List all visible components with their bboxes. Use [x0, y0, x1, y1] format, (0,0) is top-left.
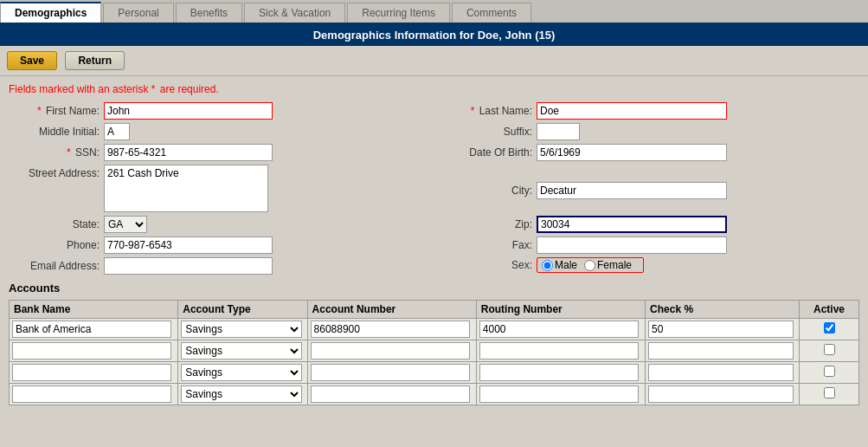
bank-name-cell-1	[10, 340, 178, 362]
routing-number-input-2[interactable]	[479, 364, 639, 381]
suffix-input[interactable]	[537, 123, 580, 140]
email-input[interactable]	[104, 257, 273, 275]
last-name-input[interactable]	[537, 102, 727, 120]
email-field: Email Address:	[9, 257, 441, 275]
accounts-row-2: Checking Savings	[10, 362, 859, 384]
ssn-label: * SSN:	[9, 146, 104, 159]
middle-suffix-row: Middle Initial: Suffix:	[9, 123, 859, 140]
first-name-input[interactable]	[104, 102, 273, 120]
save-button[interactable]: Save	[7, 51, 57, 70]
account-type-cell-0: Checking Savings	[178, 319, 307, 340]
suffix-label: Suffix:	[441, 126, 537, 138]
account-type-select-0[interactable]: Checking Savings	[181, 321, 301, 338]
sex-male-radio[interactable]	[542, 260, 553, 271]
account-number-input-0[interactable]	[311, 321, 470, 338]
col-account-type: Account Type	[178, 301, 307, 319]
check-pct-input-3[interactable]	[648, 385, 794, 403]
ssn-input[interactable]	[104, 144, 273, 161]
active-checkbox-1[interactable]	[824, 344, 835, 355]
middle-initial-input[interactable]	[104, 123, 130, 140]
return-button[interactable]: Return	[65, 51, 125, 70]
account-type-select-1[interactable]: Checking Savings	[181, 342, 301, 360]
account-number-input-3[interactable]	[311, 385, 470, 403]
last-name-col: * Last Name:	[441, 102, 859, 120]
routing-number-input-0[interactable]	[479, 321, 639, 338]
accounts-row-0: Checking Savings	[10, 319, 859, 340]
required-note: Fields marked with an asterisk * are req…	[9, 83, 859, 95]
dob-col: Date Of Birth:	[441, 144, 859, 161]
bank-name-cell-0	[10, 319, 178, 340]
check-pct-input-0[interactable]	[648, 321, 794, 338]
sex-field: Sex: Male Female	[441, 257, 859, 273]
routing-number-cell-2	[476, 362, 645, 384]
check-pct-cell-0	[646, 319, 800, 340]
state-field: State: GA ALFLTN	[9, 216, 441, 233]
col-check-pct: Check %	[646, 301, 800, 319]
bank-name-input-2[interactable]	[12, 364, 171, 381]
sex-female-radio[interactable]	[584, 260, 595, 271]
active-checkbox-2[interactable]	[824, 366, 835, 377]
account-number-input-1[interactable]	[311, 342, 470, 360]
first-name-col: * First Name:	[9, 102, 441, 120]
ssn-col: * SSN:	[9, 144, 441, 161]
account-type-cell-3: Checking Savings	[178, 384, 307, 405]
bank-name-input-0[interactable]	[12, 321, 171, 338]
zip-label: Zip:	[441, 218, 537, 230]
check-pct-input-1[interactable]	[648, 342, 794, 360]
sex-col: Sex: Male Female	[441, 257, 859, 273]
account-type-select-3[interactable]: Checking Savings	[181, 385, 301, 403]
col-active: Active	[800, 301, 859, 319]
sex-label: Sex:	[441, 259, 537, 271]
first-name-field: * First Name:	[9, 102, 441, 120]
tab-sick-vacation[interactable]: Sick & Vacation	[244, 3, 345, 23]
tab-recurring-items[interactable]: Recurring Items	[347, 3, 450, 23]
fax-col: Fax:	[441, 236, 859, 254]
bank-name-input-1[interactable]	[12, 342, 171, 360]
sex-radio-group: Male Female	[537, 257, 644, 273]
zip-field: Zip:	[441, 216, 859, 233]
phone-col: Phone:	[9, 236, 441, 254]
tab-demographics[interactable]: Demographics	[0, 2, 101, 23]
bank-name-input-3[interactable]	[12, 385, 171, 403]
check-pct-input-2[interactable]	[648, 364, 794, 381]
account-number-input-2[interactable]	[311, 364, 470, 381]
form-section: * First Name: * Last Name:	[9, 102, 859, 275]
account-type-select-2[interactable]: Checking Savings	[181, 364, 301, 381]
active-checkbox-0[interactable]	[824, 322, 835, 334]
routing-number-input-1[interactable]	[479, 342, 639, 360]
col-routing-number: Routing Number	[476, 301, 645, 319]
street-col: Street Address: 261 Cash Drive	[9, 165, 441, 212]
street-field: Street Address: 261 Cash Drive	[9, 165, 441, 212]
state-label: State:	[9, 218, 104, 230]
col-bank-name: Bank Name	[10, 301, 178, 319]
state-zip-row: State: GA ALFLTN Zip:	[9, 216, 859, 233]
fax-label: Fax:	[441, 239, 537, 251]
tab-benefits[interactable]: Benefits	[176, 3, 242, 23]
email-label: Email Address:	[9, 260, 104, 272]
account-number-cell-0	[307, 319, 476, 340]
dob-input[interactable]	[537, 144, 727, 161]
active-checkbox-3[interactable]	[824, 387, 835, 398]
fax-input[interactable]	[537, 236, 727, 254]
sex-male-label: Male	[555, 259, 577, 271]
tab-comments[interactable]: Comments	[452, 3, 531, 23]
middle-initial-field: Middle Initial:	[9, 123, 441, 140]
bank-name-cell-2	[10, 362, 178, 384]
state-select[interactable]: GA ALFLTN	[104, 216, 147, 233]
city-input[interactable]	[537, 182, 727, 199]
phone-field: Phone:	[9, 236, 441, 254]
routing-number-input-3[interactable]	[479, 385, 639, 403]
zip-input[interactable]	[537, 216, 727, 233]
check-pct-cell-3	[646, 384, 800, 405]
phone-input[interactable]	[104, 236, 273, 254]
city-field: City:	[441, 182, 859, 199]
suffix-col: Suffix:	[441, 123, 859, 140]
state-col: State: GA ALFLTN	[9, 216, 441, 233]
tab-personal[interactable]: Personal	[103, 3, 173, 23]
routing-number-cell-1	[476, 340, 645, 362]
middle-initial-label: Middle Initial:	[9, 126, 104, 138]
fax-field: Fax:	[441, 236, 859, 254]
street-label: Street Address:	[9, 165, 104, 179]
city-col: City:	[441, 165, 859, 199]
street-input[interactable]: 261 Cash Drive	[104, 165, 268, 212]
